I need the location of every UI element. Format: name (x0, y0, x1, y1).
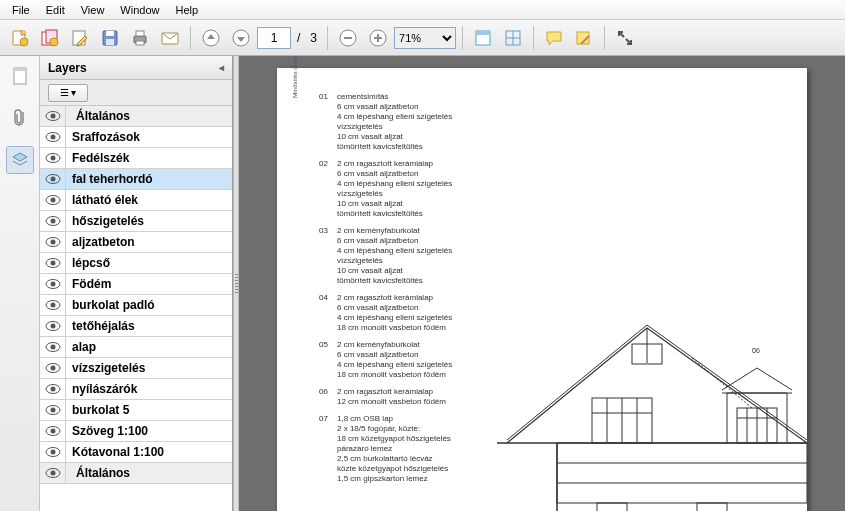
layer-label: Kótavonal 1:100 (66, 445, 232, 459)
layer-row[interactable]: burkolat 5 (40, 400, 232, 421)
highlight-icon[interactable] (570, 24, 598, 52)
panel-title: Layers (48, 61, 87, 75)
layer-visibility-icon[interactable] (40, 211, 66, 231)
layer-label: Sraffozások (66, 130, 232, 144)
layer-row[interactable]: Sraffozások (40, 127, 232, 148)
panel-collapse-icon[interactable]: ◂ (219, 62, 224, 73)
layers-panel: Layers ◂ ☰▾ ÁltalánosSraffozásokFedélszé… (40, 56, 233, 511)
layer-visibility-icon[interactable] (40, 169, 66, 189)
spec-number: 05 (319, 340, 337, 380)
layer-row[interactable]: aljzatbeton (40, 232, 232, 253)
layer-row[interactable]: látható élek (40, 190, 232, 211)
spec-number: 06 (319, 387, 337, 407)
fullscreen-icon[interactable] (611, 24, 639, 52)
spec-number: 04 (319, 293, 337, 333)
page-down-icon[interactable] (227, 24, 255, 52)
svg-point-29 (50, 114, 55, 119)
svg-rect-81 (697, 503, 727, 511)
layer-visibility-icon[interactable] (40, 400, 66, 420)
layer-visibility-icon[interactable] (40, 358, 66, 378)
layer-visibility-icon[interactable] (40, 274, 66, 294)
layer-visibility-icon[interactable] (40, 127, 66, 147)
attachment-tool-icon[interactable] (6, 104, 34, 132)
layer-row[interactable]: Födém (40, 274, 232, 295)
page-total: 3 (306, 31, 321, 45)
page-separator: / (293, 31, 304, 45)
layer-visibility-icon[interactable] (40, 337, 66, 357)
layer-visibility-icon[interactable] (40, 463, 66, 483)
separator (533, 26, 534, 50)
layer-visibility-icon[interactable] (40, 379, 66, 399)
layer-visibility-icon[interactable] (40, 295, 66, 315)
comment-icon[interactable] (540, 24, 568, 52)
zoom-in-icon[interactable] (364, 24, 392, 52)
grid-icon[interactable] (499, 24, 527, 52)
spec-lines: cementsimítás6 cm vasalt aljzatbeton4 cm… (337, 92, 452, 152)
layers-options-button[interactable]: ☰▾ (48, 84, 88, 102)
svg-rect-80 (597, 503, 627, 511)
svg-rect-16 (344, 37, 352, 39)
svg-rect-10 (136, 31, 144, 36)
menu-file[interactable]: File (4, 1, 38, 19)
svg-point-49 (50, 324, 55, 329)
layer-row[interactable]: Általános (40, 463, 232, 484)
layer-visibility-icon[interactable] (40, 442, 66, 462)
read-mode-icon[interactable] (469, 24, 497, 52)
layer-visibility-icon[interactable] (40, 232, 66, 252)
layer-label: nyílászárók (66, 382, 232, 396)
thumbnail-tool-icon[interactable] (6, 62, 34, 90)
create-pdf-icon[interactable] (6, 24, 34, 52)
zoom-out-icon[interactable] (334, 24, 362, 52)
menu-view[interactable]: View (73, 1, 113, 19)
layer-visibility-icon[interactable] (40, 190, 66, 210)
layer-label: Általános (66, 466, 232, 480)
panel-splitter[interactable] (233, 56, 239, 511)
menu-window[interactable]: Window (112, 1, 167, 19)
combine-icon[interactable] (36, 24, 64, 52)
svg-point-61 (50, 450, 55, 455)
layer-list[interactable]: ÁltalánosSraffozásokFedélszékfal teherho… (40, 106, 232, 511)
layer-visibility-icon[interactable] (40, 253, 66, 273)
layer-row[interactable]: nyílászárók (40, 379, 232, 400)
svg-point-37 (50, 198, 55, 203)
menu-edit[interactable]: Edit (38, 1, 73, 19)
layer-visibility-icon[interactable] (40, 148, 66, 168)
layer-row[interactable]: vízszigetelés (40, 358, 232, 379)
print-icon[interactable] (126, 24, 154, 52)
spec-number: 03 (319, 226, 337, 286)
layer-row[interactable]: Szöveg 1:100 (40, 421, 232, 442)
layer-row[interactable]: lépcső (40, 253, 232, 274)
email-icon[interactable] (156, 24, 184, 52)
menu-help[interactable]: Help (167, 1, 206, 19)
layer-row[interactable]: Kótavonal 1:100 (40, 442, 232, 463)
page-current-input[interactable] (257, 27, 291, 49)
layer-row[interactable]: burkolat padló (40, 295, 232, 316)
save-icon[interactable] (96, 24, 124, 52)
edit-icon[interactable] (66, 24, 94, 52)
separator (327, 26, 328, 50)
svg-point-57 (50, 408, 55, 413)
layer-row[interactable]: hőszigetelés (40, 211, 232, 232)
side-tools (0, 56, 40, 511)
layer-row[interactable]: alap (40, 337, 232, 358)
document-area[interactable]: Minősítés önmagában nem alkalmas. Építés… (239, 56, 845, 511)
layer-label: Födém (66, 277, 232, 291)
layer-row[interactable]: fal teherhordó (40, 169, 232, 190)
svg-point-39 (50, 219, 55, 224)
layer-visibility-icon[interactable] (40, 106, 66, 126)
svg-point-41 (50, 240, 55, 245)
layer-row[interactable]: Fedélszék (40, 148, 232, 169)
layer-visibility-icon[interactable] (40, 316, 66, 336)
layer-label: lépcső (66, 256, 232, 270)
side-vertical-text: Minősítés önmagában nem alkalmas. Építés… (291, 56, 299, 98)
layer-row[interactable]: tetőhéjalás (40, 316, 232, 337)
layers-tool-icon[interactable] (6, 146, 34, 174)
svg-point-45 (50, 282, 55, 287)
page-up-icon[interactable] (197, 24, 225, 52)
layer-visibility-icon[interactable] (40, 421, 66, 441)
zoom-select[interactable]: 71% (394, 27, 456, 49)
layer-row[interactable]: Általános (40, 106, 232, 127)
layer-label: burkolat padló (66, 298, 232, 312)
spec-lines: 2 cm keményfaburkolat6 cm vasalt aljzatb… (337, 226, 452, 286)
svg-point-4 (50, 38, 58, 46)
